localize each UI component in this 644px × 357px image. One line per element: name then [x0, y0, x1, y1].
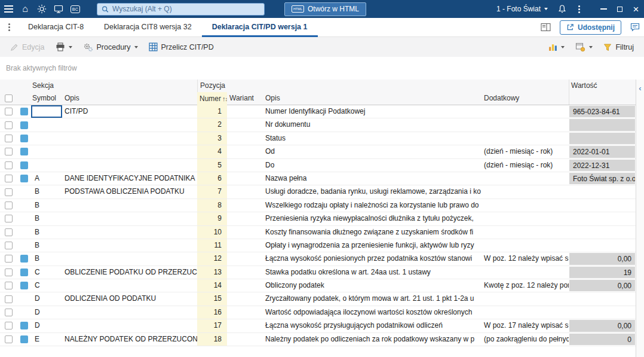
cell-numer[interactable]: 15 — [197, 292, 227, 305]
cell-numer[interactable]: 10 — [197, 226, 227, 239]
cell-numer[interactable]: 9 — [197, 212, 227, 225]
procedures-button[interactable]: Procedury — [78, 37, 143, 57]
notifications-button[interactable] — [554, 0, 571, 18]
bc-button[interactable]: BC — [67, 0, 84, 18]
cell-numer[interactable]: 1 — [197, 105, 227, 118]
tab-deklaracja-cit-pd-wersja-1[interactable]: Deklaracja CIT/PD wersja 1 — [202, 18, 318, 37]
cell-wariant[interactable] — [227, 279, 263, 292]
cell-symbol[interactable]: D — [31, 306, 62, 319]
recalculate-button[interactable]: Przelicz CIT/PD — [143, 37, 219, 57]
value-field[interactable]: 2022-12-31 — [569, 160, 635, 171]
cell-wariant[interactable] — [227, 145, 263, 158]
cell-wariant[interactable] — [227, 292, 263, 305]
cell-sekcja-opis[interactable]: NALEŻNY PODATEK OD PRZERZUCONYCH — [62, 333, 197, 346]
cell-opis[interactable]: Zryczałtowany podatek, o którym mowa w a… — [263, 292, 482, 305]
cell-wariant[interactable] — [227, 172, 263, 185]
close-button[interactable]: × — [628, 0, 644, 18]
cell-wariant[interactable] — [227, 226, 263, 239]
cell-opis[interactable]: Stawka podatku określona w art. 24aa ust… — [263, 266, 482, 279]
cell-sekcja-opis[interactable]: OBLICZENIE PODATKU OD PRZERZUCONYCH — [62, 266, 197, 279]
row-checkbox[interactable] — [5, 295, 13, 303]
cell-symbol[interactable]: B — [31, 212, 62, 225]
cell-sekcja-opis[interactable] — [62, 306, 197, 319]
table-row[interactable]: 2 Nr dokumentu — [0, 118, 636, 132]
row-checkbox[interactable] — [5, 255, 13, 263]
cell-numer[interactable]: 2 — [197, 118, 227, 131]
row-checkbox[interactable] — [5, 215, 13, 222]
col-header-opis-pozycja[interactable]: Opis — [265, 92, 280, 105]
chat-button[interactable] — [626, 18, 644, 37]
row-checkbox[interactable] — [5, 309, 13, 316]
cell-wariant[interactable] — [227, 159, 263, 172]
cell-symbol[interactable]: C — [31, 266, 62, 279]
row-checkbox[interactable] — [5, 121, 13, 129]
cell-numer[interactable]: 3 — [197, 132, 227, 145]
company-selector[interactable]: 1 - Foto Świat — [496, 5, 548, 13]
row-checkbox[interactable] — [5, 322, 13, 329]
cell-sekcja-opis[interactable] — [62, 118, 197, 131]
select-all-checkbox[interactable] — [5, 94, 13, 102]
cell-wariant[interactable] — [227, 212, 263, 225]
cell-symbol[interactable] — [31, 118, 62, 131]
row-checkbox[interactable] — [5, 268, 13, 276]
cell-wariant[interactable] — [227, 252, 263, 265]
open-in-html-button[interactable]: HTML Otwórz w HTML — [284, 2, 366, 16]
cell-sekcja-opis[interactable] — [62, 319, 197, 332]
collapse-panel-button[interactable]: ‹ — [639, 84, 641, 357]
cell-symbol[interactable]: C — [31, 279, 62, 292]
cell-wariant[interactable] — [227, 185, 263, 198]
cell-sekcja-opis[interactable]: PODSTAWA OBLICZENIA PODATKU — [62, 185, 197, 198]
cell-sekcja-opis[interactable] — [62, 226, 197, 239]
home-button[interactable]: ⌂ — [17, 0, 33, 18]
row-checkbox[interactable] — [5, 108, 13, 115]
row-checkbox[interactable] — [5, 202, 13, 209]
more-options-button[interactable] — [571, 0, 587, 18]
group-header-pozycja[interactable]: Pozycja — [200, 80, 225, 92]
cell-numer[interactable]: 16 — [197, 306, 227, 319]
row-checkbox[interactable] — [5, 335, 13, 343]
cell-opis[interactable]: Nazwa pełna — [263, 172, 482, 185]
col-header-symbol[interactable]: Symbol — [32, 92, 56, 105]
cell-opis[interactable]: Od — [263, 145, 482, 158]
cell-sekcja-opis[interactable] — [62, 159, 197, 172]
cell-symbol[interactable]: B — [31, 252, 62, 265]
cell-sekcja-opis[interactable]: CIT/PD — [62, 105, 197, 118]
row-checkbox[interactable] — [5, 242, 13, 249]
table-row[interactable]: 4 Od (dzień - miesiąc - rok) 2022-01-01 — [0, 145, 636, 158]
row-checkbox[interactable] — [5, 175, 13, 182]
cell-opis[interactable]: Wartość odpowiadająca iloczynowi wartośc… — [263, 306, 482, 319]
cell-numer[interactable]: 14 — [197, 279, 227, 292]
row-checkbox[interactable] — [5, 228, 13, 236]
share-button[interactable]: Udostępnij — [560, 20, 621, 35]
minimize-button[interactable] — [596, 0, 612, 18]
cell-sekcja-opis[interactable] — [62, 212, 197, 225]
cell-symbol[interactable] — [31, 145, 62, 158]
row-checkbox[interactable] — [5, 135, 13, 142]
cell-sekcja-opis[interactable] — [62, 199, 197, 212]
layout-settings-button[interactable] — [570, 37, 598, 57]
cell-symbol[interactable] — [31, 105, 62, 118]
col-header-dodatkowy[interactable]: Dodatkowy — [484, 92, 519, 105]
group-header-wartosc[interactable]: Wartość — [571, 80, 597, 92]
cell-opis[interactable]: Łączna wysokość przysługujących podatnik… — [263, 319, 482, 332]
cell-wariant[interactable] — [227, 105, 263, 118]
cell-wariant[interactable] — [227, 319, 263, 332]
cell-sekcja-opis[interactable] — [62, 239, 197, 252]
cell-sekcja-opis[interactable]: DANE IDENTYFIKACYJNE PODATNIKA — [62, 172, 197, 185]
table-row[interactable]: E NALEŻNY PODATEK OD PRZERZUCONYCH 18 Na… — [0, 333, 636, 346]
table-row[interactable]: B 8 Wszelkiego rodzaju opłaty i należnoś… — [0, 199, 636, 212]
cell-numer[interactable]: 18 — [197, 333, 227, 346]
cell-symbol[interactable]: B — [31, 226, 62, 239]
table-row[interactable]: D ODLICZENIA OD PODATKU 15 Zryczałtowany… — [0, 292, 636, 306]
cell-opis[interactable]: Obliczony podatek — [263, 279, 482, 292]
row-checkbox[interactable] — [5, 148, 13, 155]
tabs-menu-button[interactable] — [0, 26, 18, 28]
edit-button[interactable]: Edycja — [5, 37, 50, 57]
tab-deklaracja-cit8-wersja-32[interactable]: Deklaracja CIT8 wersja 32 — [94, 18, 202, 37]
cell-sekcja-opis[interactable] — [62, 132, 197, 145]
cell-wariant[interactable] — [227, 239, 263, 252]
tab-deklaracja-cit-8[interactable]: Deklaracja CIT-8 — [18, 18, 94, 37]
table-row[interactable]: D 16 Wartość odpowiadająca iloczynowi wa… — [0, 306, 636, 319]
cell-opis[interactable]: Opłaty i wynagrodzenia za przeniesienie … — [263, 239, 482, 252]
value-field[interactable] — [569, 119, 635, 130]
